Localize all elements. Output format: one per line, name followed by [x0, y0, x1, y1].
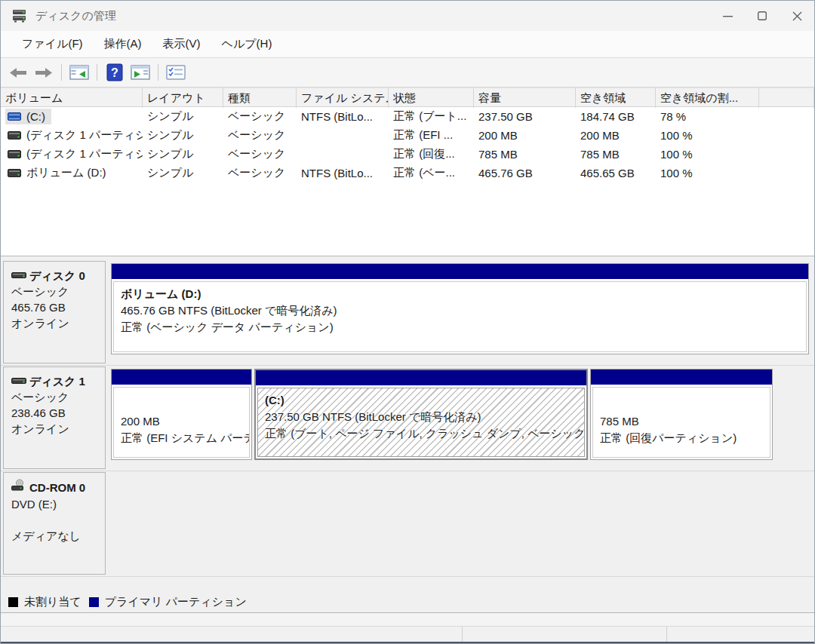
cell-status: 正常 (ベー...	[389, 164, 474, 182]
partition-status-line: 正常 (ベーシック データ パーティション)	[121, 319, 799, 336]
cell-capacity: 237.50 GB	[474, 107, 576, 126]
toolbar-separator	[158, 64, 158, 81]
cell-filesystem	[297, 126, 389, 145]
cell-status: 正常 (回復...	[389, 145, 474, 164]
primary-partition-band	[112, 370, 251, 385]
disk-kind: ベーシック	[11, 284, 100, 299]
back-icon[interactable]	[7, 62, 29, 83]
disk-name: ディスク 0	[29, 268, 85, 284]
partition-d[interactable]: ボリューム (D:) 465.76 GB NTFS (BitLocker で暗号…	[111, 263, 809, 354]
cdrom-drive-letter: DVD (E:)	[11, 496, 100, 512]
disk0-row: ディスク 0 ベーシック 465.76 GB オンライン ボリューム (D:) …	[1, 260, 814, 366]
partition-title: (C:)	[265, 392, 577, 409]
cell-percent: 100 %	[656, 145, 759, 164]
unallocated-label: 未割り当て	[24, 595, 82, 609]
partition-size-line: 237.50 GB NTFS (BitLocker で暗号化済み)	[265, 409, 577, 425]
volume-table-header: ボリューム レイアウト 種類 ファイル システム 状態 容量 空き領域 空き領域…	[1, 87, 814, 107]
volume-icon	[8, 148, 21, 161]
col-volume[interactable]: ボリューム	[1, 88, 143, 108]
disk-icon	[11, 373, 26, 389]
col-status[interactable]: 状態	[389, 88, 474, 108]
cell-capacity: 465.76 GB	[474, 164, 576, 182]
table-row[interactable]: (C:) シンプル ベーシック NTFS (BitLo... 正常 (ブート..…	[1, 107, 814, 126]
svg-text:?: ?	[111, 66, 118, 79]
cell-layout: シンプル	[143, 107, 223, 126]
forward-icon[interactable]	[32, 62, 55, 83]
col-capacity[interactable]: 容量	[474, 88, 576, 108]
menu-file[interactable]: ファイル(F)	[11, 32, 94, 56]
properties-icon[interactable]	[165, 62, 187, 83]
col-free[interactable]: 空き領域	[576, 88, 656, 108]
disk1-header[interactable]: ディスク 1 ベーシック 238.46 GB オンライン	[3, 366, 106, 469]
disk0-header[interactable]: ディスク 0 ベーシック 465.76 GB オンライン	[3, 261, 106, 363]
disk-kind: ベーシック	[11, 389, 100, 405]
cell-capacity: 200 MB	[474, 126, 576, 145]
cell-layout: シンプル	[143, 126, 223, 145]
cell-layout: シンプル	[143, 164, 223, 182]
status-segment	[1, 627, 463, 642]
disk-size: 238.46 GB	[11, 405, 100, 421]
table-row[interactable]: (ディスク 1 パーティシ... シンプル ベーシック 正常 (EFI ... …	[1, 126, 814, 145]
disk-management-window: ディスクの管理 ファイル(F) 操作(A) 表示(V) ヘルプ(H)	[0, 0, 815, 644]
cell-free: 200 MB	[576, 126, 656, 145]
partition-size-line: 785 MB	[600, 413, 763, 430]
cdrom-header[interactable]: CD-ROM 0 DVD (E:) メディアなし	[3, 472, 106, 575]
volume-name: (ディスク 1 パーティシ...	[26, 128, 143, 143]
minimize-button[interactable]	[710, 1, 745, 31]
unallocated-swatch	[8, 597, 18, 607]
table-row[interactable]: (ディスク 1 パーティシ... シンプル ベーシック 正常 (回復... 78…	[1, 145, 814, 164]
close-button[interactable]	[780, 1, 814, 31]
disk1-row: ディスク 1 ベーシック 238.46 GB オンライン 200 MB 正常 (…	[1, 366, 814, 471]
console-tree-icon[interactable]	[68, 62, 91, 83]
cell-type: ベーシック	[223, 107, 297, 126]
disk1-bar: 200 MB 正常 (EFI システム パーテ (C:) 237.50 GB N…	[111, 369, 809, 462]
window-controls	[710, 1, 814, 31]
table-row[interactable]: ボリューム (D:) シンプル ベーシック NTFS (BitLo... 正常 …	[1, 164, 814, 182]
disk-name: ディスク 1	[29, 373, 85, 389]
menu-view[interactable]: 表示(V)	[152, 32, 211, 56]
col-free-percent[interactable]: 空き領域の割...	[656, 88, 759, 108]
cell-free: 785 MB	[576, 145, 656, 164]
disk-size: 465.76 GB	[11, 299, 100, 315]
cdrom-media-status: メディアなし	[11, 528, 100, 544]
cell-type: ベーシック	[223, 145, 297, 164]
cell-percent: 78 %	[656, 107, 759, 126]
cell-filesystem: NTFS (BitLo...	[297, 107, 389, 126]
primary-partition-label: プライマリ パーティション	[105, 595, 247, 609]
help-icon[interactable]: ?	[103, 62, 126, 83]
graphical-view-pane: ディスク 0 ベーシック 465.76 GB オンライン ボリューム (D:) …	[1, 256, 814, 592]
disk-icon	[11, 268, 26, 284]
cdrom-bar	[111, 474, 809, 567]
col-filesystem[interactable]: ファイル システム	[297, 88, 389, 108]
partition-recovery[interactable]: 785 MB 正常 (回復パーティション)	[590, 369, 773, 460]
primary-partition-band	[591, 370, 772, 385]
app-icon	[11, 8, 29, 23]
menu-action[interactable]: 操作(A)	[94, 32, 152, 56]
volume-icon	[8, 110, 21, 123]
menu-help[interactable]: ヘルプ(H)	[211, 32, 283, 56]
volume-list-pane: ボリューム レイアウト 種類 ファイル システム 状態 容量 空き領域 空き領域…	[1, 87, 814, 256]
cell-status: 正常 (EFI ...	[389, 126, 474, 145]
show-hide-icon[interactable]	[129, 62, 152, 83]
status-segment	[667, 627, 814, 642]
toolbar-separator	[97, 64, 97, 81]
disk-status: オンライン	[11, 421, 100, 437]
maximize-button[interactable]	[745, 1, 780, 31]
partition-c-selected[interactable]: (C:) 237.50 GB NTFS (BitLocker で暗号化済み) 正…	[254, 369, 588, 460]
toolbar-separator	[61, 64, 62, 81]
cell-filesystem	[297, 145, 389, 164]
status-segment	[463, 627, 667, 642]
cell-type: ベーシック	[223, 164, 297, 182]
col-layout[interactable]: レイアウト	[143, 88, 223, 108]
col-type[interactable]: 種類	[223, 88, 297, 108]
partition-size-line: 200 MB	[121, 413, 242, 430]
cdrom-icon	[11, 479, 26, 496]
legend-unallocated: 未割り当て	[8, 595, 82, 609]
cdrom-name: CD-ROM 0	[29, 480, 85, 495]
title-bar: ディスクの管理	[1, 1, 814, 31]
volume-name: (C:)	[26, 110, 45, 123]
partition-size-line: 465.76 GB NTFS (BitLocker で暗号化済み)	[121, 302, 799, 319]
volume-name: (ディスク 1 パーティシ...	[26, 147, 143, 161]
partition-efi[interactable]: 200 MB 正常 (EFI システム パーテ	[111, 369, 252, 460]
cell-free: 184.74 GB	[576, 107, 656, 126]
